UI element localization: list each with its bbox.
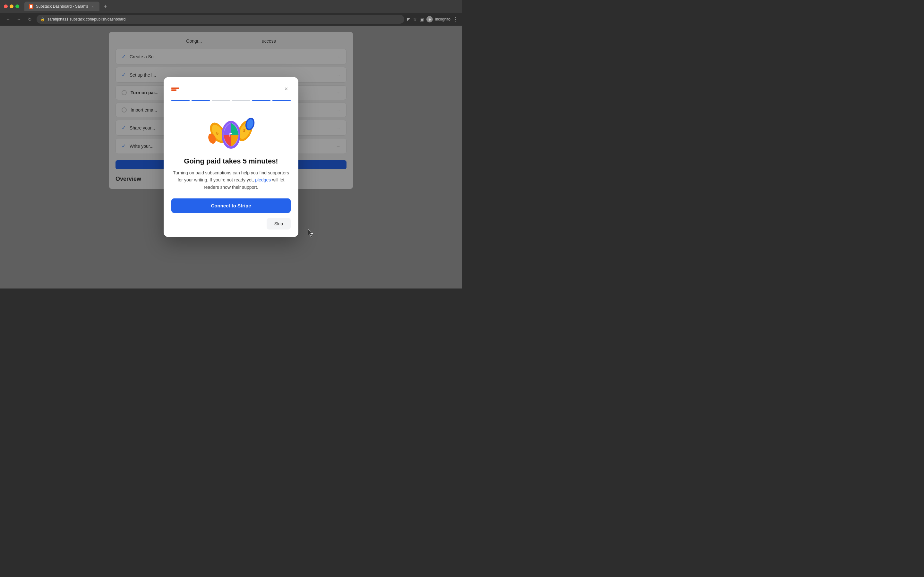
modal-header: ×: [171, 85, 291, 93]
step-4: [232, 100, 250, 101]
modal-overlay: × $ $: [0, 26, 462, 288]
incognito-badge: ☻ Incognito: [426, 16, 451, 23]
address-bar[interactable]: 🔒 sarahjonas1.substack.com/publish/dashb…: [37, 15, 404, 24]
url-text: sarahjonas1.substack.com/publish/dashboa…: [47, 17, 126, 21]
logo-bar-top: [171, 87, 179, 89]
modal-desc-text: Turning on paid subscriptions can help y…: [173, 170, 289, 182]
incognito-label: Incognito: [435, 17, 451, 21]
active-tab[interactable]: Substack Dashboard - Sarah's ×: [24, 2, 99, 11]
maximize-window-button[interactable]: [15, 5, 19, 8]
modal-title: Going paid takes 5 minutes!: [171, 157, 291, 165]
pledges-link[interactable]: pledges: [255, 177, 271, 182]
more-options-button[interactable]: ⋮: [453, 16, 458, 23]
tab-close-button[interactable]: ×: [90, 4, 95, 9]
lock-icon: 🔒: [40, 17, 45, 21]
cast-icon[interactable]: ◤: [407, 17, 410, 22]
bookmark-icon[interactable]: ☆: [413, 17, 417, 22]
modal-description: Turning on paid subscriptions can help y…: [171, 169, 291, 191]
progress-steps: [171, 100, 291, 101]
tab-bar: Substack Dashboard - Sarah's × +: [24, 2, 458, 11]
browser-actions: ◤ ☆ ▣ ☻ Incognito ⋮: [407, 16, 458, 23]
skip-button[interactable]: Skip: [267, 218, 291, 229]
logo-bar-bottom: [171, 89, 176, 91]
step-1: [171, 100, 190, 101]
modal-close-button[interactable]: ×: [282, 85, 291, 93]
close-window-button[interactable]: [4, 5, 8, 8]
step-2: [192, 100, 210, 101]
svg-text:F: F: [229, 132, 232, 137]
reload-button[interactable]: ↻: [26, 15, 34, 23]
tab-search-icon[interactable]: ▣: [420, 17, 424, 22]
traffic-lights: [4, 5, 19, 8]
step-5: [252, 100, 270, 101]
main-content: Congr... uccess ✓ Create a Su... → ✓ Set…: [0, 26, 462, 288]
incognito-icon: ☻: [426, 16, 433, 23]
tab-title: Substack Dashboard - Sarah's: [36, 4, 88, 9]
forward-button[interactable]: →: [15, 15, 23, 23]
modal: × $ $: [164, 77, 298, 237]
step-6: [272, 100, 291, 101]
step-3: [212, 100, 230, 101]
browser-chrome: Substack Dashboard - Sarah's × +: [0, 0, 462, 13]
substack-logo: [171, 87, 179, 91]
new-tab-button[interactable]: +: [102, 3, 109, 10]
back-button[interactable]: ←: [4, 15, 12, 23]
address-bar-row: ← → ↻ 🔒 sarahjonas1.substack.com/publish…: [0, 13, 462, 26]
tab-favicon: [29, 4, 33, 9]
minimize-window-button[interactable]: [10, 5, 13, 8]
connect-to-stripe-button[interactable]: Connect to Stripe: [171, 198, 291, 213]
coins-illustration: $ $ F: [171, 109, 291, 151]
